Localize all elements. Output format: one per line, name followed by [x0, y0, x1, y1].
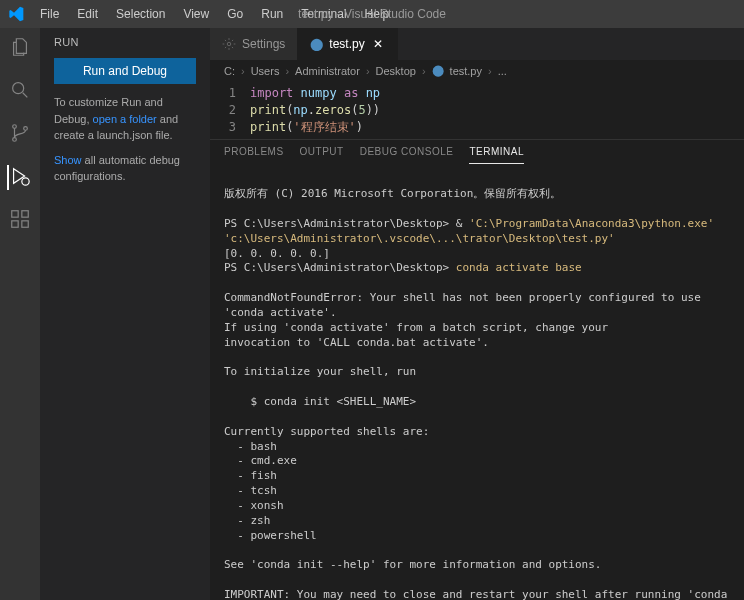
menu-go[interactable]: Go [219, 3, 251, 25]
svg-point-1 [13, 125, 17, 129]
activity-bar [0, 28, 40, 600]
svg-point-9 [227, 42, 231, 46]
titlebar: File Edit Selection View Go Run Terminal… [0, 0, 744, 28]
menu-selection[interactable]: Selection [108, 3, 173, 25]
python-file-icon: ⬤ [310, 37, 323, 51]
gear-icon [222, 37, 236, 51]
branch-icon [9, 122, 31, 144]
code-editor[interactable]: 1import numpy as np 2print(np.zeros(5)) … [210, 81, 744, 139]
panel-tab-terminal[interactable]: TERMINAL [469, 146, 524, 164]
sidebar-hint-1: To customize Run and Debug, open a folde… [54, 94, 196, 144]
activity-scm[interactable] [9, 122, 31, 147]
files-icon [9, 36, 31, 58]
svg-rect-7 [22, 221, 28, 227]
menu-file[interactable]: File [32, 3, 67, 25]
window-title: test.py - Visual Studio Code [298, 7, 446, 21]
menu-run[interactable]: Run [253, 3, 291, 25]
show-configs-link[interactable]: Show [54, 154, 82, 166]
panel-tab-output[interactable]: OUTPUT [300, 146, 344, 164]
activity-search[interactable] [9, 79, 31, 104]
editor-area: Settings ⬤ test.py ✕ C:› Users› Administ… [210, 28, 744, 600]
terminal[interactable]: 版权所有 (C) 2016 Microsoft Corporation。保留所有… [210, 164, 744, 600]
extensions-icon [9, 208, 31, 230]
menu-view[interactable]: View [175, 3, 217, 25]
editor-tabs: Settings ⬤ test.py ✕ [210, 28, 744, 60]
activity-explorer[interactable] [9, 36, 31, 61]
svg-point-2 [13, 138, 17, 142]
svg-point-4 [22, 178, 29, 185]
panel-tab-problems[interactable]: PROBLEMS [224, 146, 284, 164]
close-icon[interactable]: ✕ [371, 37, 385, 51]
sidebar-hint-2: Show all automatic debug configurations. [54, 152, 196, 185]
activity-extensions[interactable] [9, 208, 31, 233]
bottom-panel: PROBLEMS OUTPUT DEBUG CONSOLE TERMINAL 版… [210, 139, 744, 600]
svg-rect-6 [12, 221, 18, 227]
vscode-logo-icon [8, 6, 24, 22]
menu-edit[interactable]: Edit [69, 3, 106, 25]
play-bug-icon [9, 165, 31, 187]
svg-rect-5 [12, 211, 18, 217]
breadcrumb[interactable]: C:› Users› Administrator› Desktop› ⬤ tes… [210, 60, 744, 81]
panel-tab-debugconsole[interactable]: DEBUG CONSOLE [360, 146, 454, 164]
open-folder-link[interactable]: open a folder [93, 113, 157, 125]
tab-testpy[interactable]: ⬤ test.py ✕ [298, 28, 397, 60]
python-file-icon: ⬤ [432, 64, 444, 77]
panel-tabs: PROBLEMS OUTPUT DEBUG CONSOLE TERMINAL [210, 140, 744, 164]
activity-debug[interactable] [7, 165, 31, 190]
tab-label: Settings [242, 37, 285, 51]
tab-label: test.py [329, 37, 364, 51]
run-and-debug-button[interactable]: Run and Debug [54, 58, 196, 84]
tab-settings[interactable]: Settings [210, 28, 298, 60]
search-icon [9, 79, 31, 101]
sidebar-title: RUN [54, 36, 196, 48]
svg-point-3 [24, 127, 28, 131]
svg-rect-8 [22, 211, 28, 217]
svg-point-0 [13, 83, 24, 94]
run-sidebar: RUN Run and Debug To customize Run and D… [40, 28, 210, 600]
